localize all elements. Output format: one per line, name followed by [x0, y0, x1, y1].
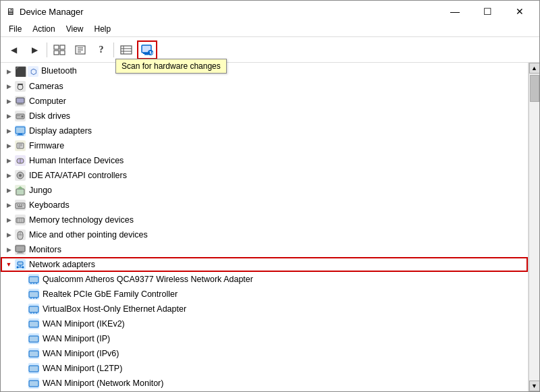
- wan-l2tp-label: WAN Miniport (L2TP): [43, 364, 122, 373]
- tree-item-wan-l2tp[interactable]: WAN Miniport (L2TP): [1, 361, 528, 376]
- back-button[interactable]: ◀: [3, 40, 24, 59]
- wan-ipv6-label: WAN Miniport (IPv6): [43, 349, 119, 358]
- tree-item-realtek[interactable]: Realtek PCIe GbE Family Controller: [1, 287, 528, 302]
- expand-icon-cameras: ▶: [3, 81, 14, 92]
- camera-icon: [14, 80, 26, 92]
- tree-item-bluetooth[interactable]: ▶ ⬛ ⬡ Bluetooth: [1, 64, 528, 79]
- toolbar-separator-1: [47, 43, 47, 57]
- scan-hardware-button[interactable]: ↻: [137, 40, 157, 59]
- nic-icon-qualcomm: [28, 273, 40, 285]
- svg-rect-99: [29, 381, 38, 387]
- tree-item-monitors[interactable]: ▶ Monitors: [1, 242, 528, 257]
- bluetooth-label: ⬡ Bluetooth: [28, 66, 77, 77]
- view-button[interactable]: [116, 40, 136, 59]
- display-icon: [14, 125, 26, 137]
- ide-icon: [14, 169, 26, 181]
- svg-rect-91: [29, 321, 38, 327]
- tree-item-mice[interactable]: ▶ Mice and other pointing devices: [1, 227, 528, 242]
- device-tree[interactable]: ▶ ⬛ ⬡ Bluetooth ▶ Cameras: [1, 63, 529, 391]
- title-left: 🖥 Device Manager: [6, 6, 84, 17]
- svg-rect-93: [29, 336, 38, 342]
- svg-rect-68: [17, 253, 24, 254]
- monitors-label: Monitors: [29, 245, 61, 254]
- tree-item-wan-ip[interactable]: WAN Miniport (IP): [1, 331, 528, 346]
- tree-item-wan-pppoe[interactable]: WAN Miniport (PPPOE): [1, 391, 528, 391]
- app-icon: 🖥: [6, 6, 16, 17]
- device-manager-window: 🖥 Device Manager — ☐ ✕ File Action View …: [0, 0, 540, 392]
- network-adapters-label: Network adapters: [29, 260, 95, 269]
- title-controls: — ☐ ✕: [439, 4, 535, 19]
- tree-item-wan-netmon[interactable]: WAN Miniport (Network Monitor): [1, 376, 528, 391]
- tree-item-virtualbox[interactable]: VirtualBox Host-Only Ethernet Adapter: [1, 302, 528, 316]
- tree-item-jungo[interactable]: ▶ Jungo: [1, 183, 528, 198]
- menu-help[interactable]: Help: [89, 24, 117, 34]
- menu-action[interactable]: Action: [27, 24, 60, 34]
- tree-item-network-adapters[interactable]: ▼ Network adapters: [1, 257, 528, 272]
- menu-file[interactable]: File: [3, 24, 27, 34]
- menu-bar: File Action View Help: [1, 21, 539, 37]
- expand-icon-bluetooth: ▶: [3, 66, 14, 77]
- tree-item-wan-ikev2[interactable]: WAN Miniport (IKEv2): [1, 316, 528, 331]
- tree-item-ide[interactable]: ▶ IDE ATA/ATAPI controllers: [1, 168, 528, 183]
- scrollbar[interactable]: ▲ ▼: [529, 63, 539, 391]
- mice-label: Mice and other pointing devices: [29, 230, 148, 240]
- svg-rect-67: [18, 252, 22, 253]
- tree-item-firmware[interactable]: ▶ Firmware: [1, 138, 528, 153]
- svg-rect-32: [18, 134, 22, 135]
- monitor-icon: [14, 244, 26, 256]
- keyboard-icon: [14, 199, 26, 211]
- tree-item-qualcomm[interactable]: Qualcomm Atheros QCA9377 Wireless Networ…: [1, 272, 528, 287]
- svg-rect-19: [15, 81, 26, 92]
- show-hide-button[interactable]: [49, 40, 70, 59]
- window-title: Device Manager: [20, 7, 84, 17]
- svg-rect-14: [144, 54, 148, 55]
- scroll-thumb[interactable]: [530, 75, 539, 102]
- minimize-button[interactable]: —: [439, 4, 470, 19]
- expand-icon-firmware: ▶: [3, 140, 14, 151]
- jungo-icon: [14, 184, 26, 196]
- close-button[interactable]: ✕: [504, 4, 535, 19]
- tree-item-wan-ipv6[interactable]: WAN Miniport (IPv6): [1, 346, 528, 361]
- tree-item-display[interactable]: ▶ Display adapters: [1, 123, 528, 138]
- tree-item-disk-drives[interactable]: ▶ Disk drives: [1, 109, 528, 123]
- tree-item-cameras[interactable]: ▶ Cameras: [1, 79, 528, 94]
- expand-icon-disk-drives: ▶: [3, 111, 14, 121]
- help-button[interactable]: ?: [91, 40, 111, 59]
- maximize-button[interactable]: ☐: [472, 4, 503, 19]
- svg-rect-86: [29, 306, 38, 312]
- svg-text:⬡: ⬡: [30, 67, 37, 76]
- svg-rect-81: [29, 291, 38, 298]
- svg-rect-21: [18, 84, 23, 85]
- svg-rect-3: [60, 51, 65, 55]
- firmware-label: Firmware: [29, 141, 64, 150]
- svg-rect-23: [16, 98, 24, 103]
- computer-icon: [14, 95, 26, 107]
- expand-icon-memory: ▶: [3, 215, 14, 225]
- expand-icon-keyboards: ▶: [3, 200, 14, 211]
- svg-rect-76: [29, 277, 38, 283]
- svg-rect-97: [29, 366, 38, 372]
- nic-icon-wan-ikev2: [28, 318, 40, 330]
- realtek-label: Realtek PCIe GbE Family Controller: [43, 289, 178, 299]
- properties-button[interactable]: [70, 40, 90, 59]
- tree-item-keyboards[interactable]: ▶ Keyboards: [1, 198, 528, 213]
- jungo-label: Jungo: [29, 186, 52, 195]
- memory-label: Memory technology devices: [29, 215, 134, 225]
- forward-button[interactable]: ▶: [24, 40, 45, 59]
- tree-item-computer[interactable]: ▶ Computer: [1, 94, 528, 109]
- svg-rect-49: [16, 203, 25, 208]
- svg-rect-31: [16, 127, 25, 134]
- tree-item-memory[interactable]: ▶ Memory technology devices: [1, 213, 528, 227]
- expand-icon-display: ▶: [3, 125, 14, 136]
- tree-item-hid[interactable]: ▶ Human Interface Devices: [1, 153, 528, 168]
- nic-icon-wan-l2tp: [28, 362, 40, 374]
- toolbar: ◀ ▶ ?: [1, 37, 539, 63]
- menu-view[interactable]: View: [61, 24, 89, 34]
- scroll-up-button[interactable]: ▲: [529, 63, 540, 74]
- disk-icon: [14, 110, 26, 122]
- svg-point-73: [17, 267, 19, 269]
- scroll-down-button[interactable]: ▼: [529, 381, 540, 391]
- svg-rect-33: [17, 135, 24, 136]
- svg-rect-66: [16, 246, 25, 252]
- network-icon: [14, 258, 26, 271]
